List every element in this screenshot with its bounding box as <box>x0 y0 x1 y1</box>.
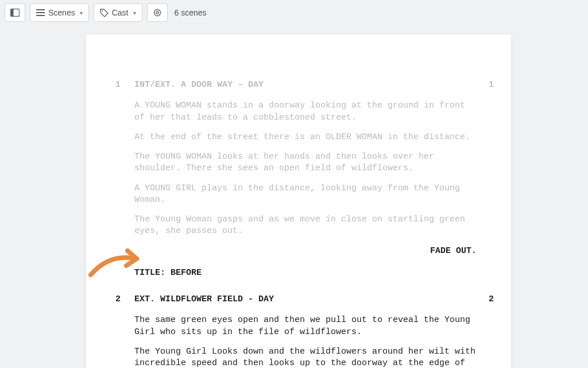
list-icon <box>36 9 45 16</box>
scene-number-right: 1 <box>477 79 494 91</box>
scene-count: 6 scenes <box>175 8 207 17</box>
svg-rect-1 <box>11 9 14 16</box>
scenes-label: Scenes <box>48 8 75 17</box>
svg-rect-3 <box>36 12 45 13</box>
scene-number-left: 2 <box>103 294 121 305</box>
action-text[interactable]: The Young Girl Looks down and the wildfl… <box>103 346 494 368</box>
toggle-sidebar-button[interactable] <box>5 3 25 22</box>
scene-heading-row[interactable]: 2 EXT. WILDFLOWER FIELD - DAY 2 <box>103 294 494 305</box>
tag-icon <box>100 9 109 17</box>
action-text[interactable]: The YOUNG WOMAN looks at her hands and t… <box>103 151 494 175</box>
scene-heading-row[interactable]: 1 INT/EXT. A DOOR WAY - DAY 1 <box>103 79 494 91</box>
transition[interactable]: FADE OUT. <box>103 246 494 257</box>
script-page: 1 INT/EXT. A DOOR WAY - DAY 1 A YOUNG WO… <box>86 34 511 368</box>
sidebar-icon <box>10 9 20 17</box>
title-card[interactable]: TITLE: BEFORE <box>103 267 494 279</box>
action-text[interactable]: The same green eyes open and then we pul… <box>103 315 494 338</box>
scenes-dropdown[interactable]: Scenes ▾ <box>30 3 89 22</box>
action-text[interactable]: A YOUNG WOMAN stands in a doorway lookin… <box>103 100 494 124</box>
annotation-arrow-icon <box>86 246 149 281</box>
scene-number-left: 1 <box>103 79 121 91</box>
scene-heading: EXT. WILDFLOWER FIELD - DAY <box>121 294 477 305</box>
toolbar: Scenes ▾ Cast ▾ 6 scenes <box>0 0 588 25</box>
scene-number-right: 2 <box>477 294 494 305</box>
chevron-down-icon: ▾ <box>80 10 83 16</box>
gear-icon <box>153 8 162 17</box>
action-text[interactable]: At the end of the street there is an OLD… <box>103 132 494 143</box>
settings-button[interactable] <box>147 3 168 22</box>
svg-rect-2 <box>36 9 45 10</box>
svg-point-7 <box>156 12 158 14</box>
svg-rect-4 <box>36 15 45 16</box>
chevron-down-icon: ▾ <box>133 10 136 16</box>
svg-point-5 <box>102 10 103 11</box>
action-text[interactable]: The Young Woman gasps and as we move in … <box>103 214 494 237</box>
cast-label: Cast <box>112 8 129 17</box>
scene-heading: INT/EXT. A DOOR WAY - DAY <box>121 79 477 91</box>
cast-dropdown[interactable]: Cast ▾ <box>94 3 142 22</box>
action-text[interactable]: A YOUNG GIRL plays in the distance, look… <box>103 183 494 206</box>
